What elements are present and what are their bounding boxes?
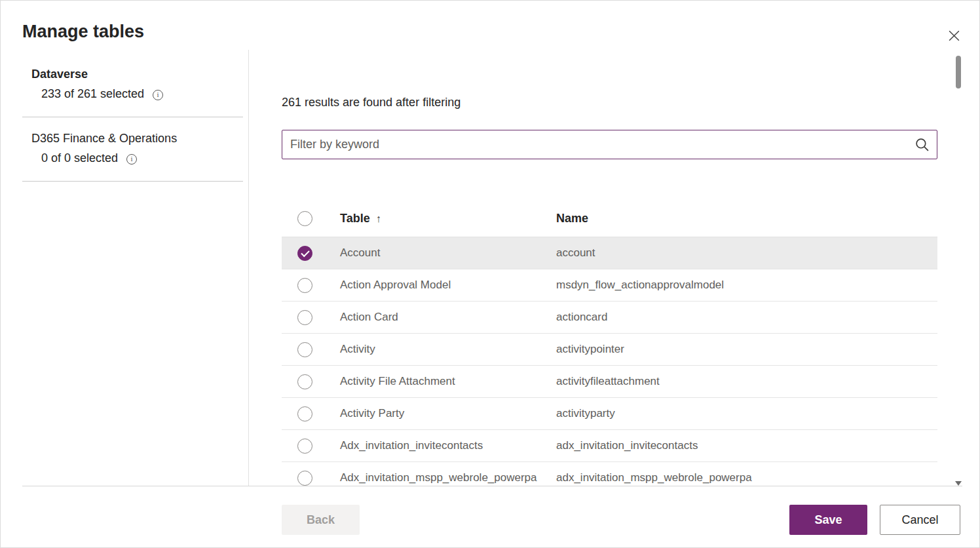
filter-container bbox=[282, 130, 937, 159]
table-row[interactable]: Activity File Attachment activityfileatt… bbox=[282, 366, 937, 398]
close-button[interactable] bbox=[945, 27, 962, 44]
table-cell-display-name: Activity bbox=[328, 343, 556, 356]
row-checkbox[interactable] bbox=[297, 471, 312, 486]
table-cell-logical-name: activityfileattachment bbox=[556, 375, 937, 388]
back-button[interactable]: Back bbox=[282, 505, 360, 535]
table-cell-display-name: Account bbox=[328, 246, 556, 260]
table-cell-logical-name: account bbox=[556, 246, 937, 260]
row-checkbox[interactable] bbox=[297, 246, 312, 261]
table-cell-display-name: Activity Party bbox=[328, 407, 556, 420]
column-header-table-label: Table bbox=[340, 212, 370, 225]
sidebar-item-d365-finance-operations[interactable]: D365 Finance & Operations 0 of 0 selecte… bbox=[22, 124, 243, 176]
table-row[interactable]: Account account bbox=[282, 237, 937, 269]
row-checkbox[interactable] bbox=[297, 310, 312, 325]
table-cell-logical-name: adx_invitation_mspp_webrole_powerpa bbox=[556, 471, 937, 484]
table-cell-display-name: Action Card bbox=[328, 311, 556, 324]
sidebar-separator bbox=[22, 117, 243, 117]
table-cell-display-name: Activity File Attachment bbox=[328, 375, 556, 388]
table-header-row: Table Name bbox=[282, 201, 937, 237]
table-row[interactable]: Adx_invitation_mspp_webrole_powerpa adx_… bbox=[282, 462, 937, 486]
sidebar-item-subtitle: 0 of 0 selected bbox=[41, 151, 118, 165]
search-icon bbox=[914, 137, 930, 152]
cancel-button[interactable]: Cancel bbox=[880, 505, 960, 535]
table-cell-display-name: Action Approval Model bbox=[328, 279, 556, 292]
sidebar-item-subtitle: 233 of 261 selected bbox=[41, 87, 144, 101]
sidebar-separator bbox=[22, 181, 243, 182]
row-checkbox[interactable] bbox=[297, 406, 312, 421]
table-row[interactable]: Activity activitypointer bbox=[282, 334, 937, 366]
manage-tables-dialog: Manage tables Dataverse 233 of 261 selec… bbox=[0, 0, 980, 548]
filter-input[interactable] bbox=[282, 130, 907, 159]
table-cell-logical-name: msdyn_flow_actionapprovalmodel bbox=[556, 279, 937, 292]
table-row[interactable]: Adx_invitation_invitecontacts adx_invita… bbox=[282, 430, 937, 462]
table-cell-logical-name: activityparty bbox=[556, 407, 937, 420]
table-body: Account account Action Approval Model ms… bbox=[282, 237, 937, 486]
table-row[interactable]: Action Card actioncard bbox=[282, 302, 937, 334]
info-icon[interactable] bbox=[153, 90, 163, 100]
page-title: Manage tables bbox=[22, 22, 144, 42]
table-cell-display-name: Adx_invitation_invitecontacts bbox=[328, 439, 556, 452]
table-cell-logical-name: activitypointer bbox=[556, 343, 937, 356]
results-count-text: 261 results are found after filtering bbox=[282, 96, 461, 109]
table-cell-logical-name: adx_invitation_invitecontacts bbox=[556, 439, 937, 452]
save-button[interactable]: Save bbox=[789, 505, 867, 535]
sidebar-item-title: D365 Finance & Operations bbox=[31, 132, 243, 146]
table-row[interactable]: Action Approval Model msdyn_flow_actiona… bbox=[282, 269, 937, 302]
close-icon bbox=[947, 29, 961, 43]
sidebar-item-dataverse[interactable]: Dataverse 233 of 261 selected bbox=[22, 60, 243, 111]
sidebar-divider bbox=[248, 50, 249, 486]
sidebar: Dataverse 233 of 261 selected D365 Finan… bbox=[22, 60, 243, 188]
footer-divider bbox=[22, 486, 962, 486]
sidebar-item-title: Dataverse bbox=[31, 68, 243, 81]
column-header-name[interactable]: Name bbox=[556, 212, 937, 225]
select-all-checkbox[interactable] bbox=[297, 211, 312, 226]
search-button[interactable] bbox=[907, 130, 937, 159]
tables-list: Table Name Account account Action Approv… bbox=[282, 201, 937, 486]
table-cell-logical-name: actioncard bbox=[556, 311, 937, 324]
table-row[interactable]: Activity Party activityparty bbox=[282, 398, 937, 430]
info-icon[interactable] bbox=[126, 154, 137, 165]
scrollbar-thumb[interactable] bbox=[956, 56, 961, 88]
row-checkbox[interactable] bbox=[297, 439, 312, 454]
scrollbar-down-arrow-icon[interactable] bbox=[955, 481, 962, 486]
row-checkbox[interactable] bbox=[297, 278, 312, 293]
table-cell-display-name: Adx_invitation_mspp_webrole_powerpa bbox=[328, 471, 556, 484]
vertical-scrollbar[interactable] bbox=[953, 52, 964, 487]
row-checkbox[interactable] bbox=[297, 342, 312, 357]
column-header-table[interactable]: Table bbox=[328, 212, 556, 225]
sort-ascending-icon bbox=[376, 212, 381, 225]
row-checkbox[interactable] bbox=[297, 374, 312, 389]
